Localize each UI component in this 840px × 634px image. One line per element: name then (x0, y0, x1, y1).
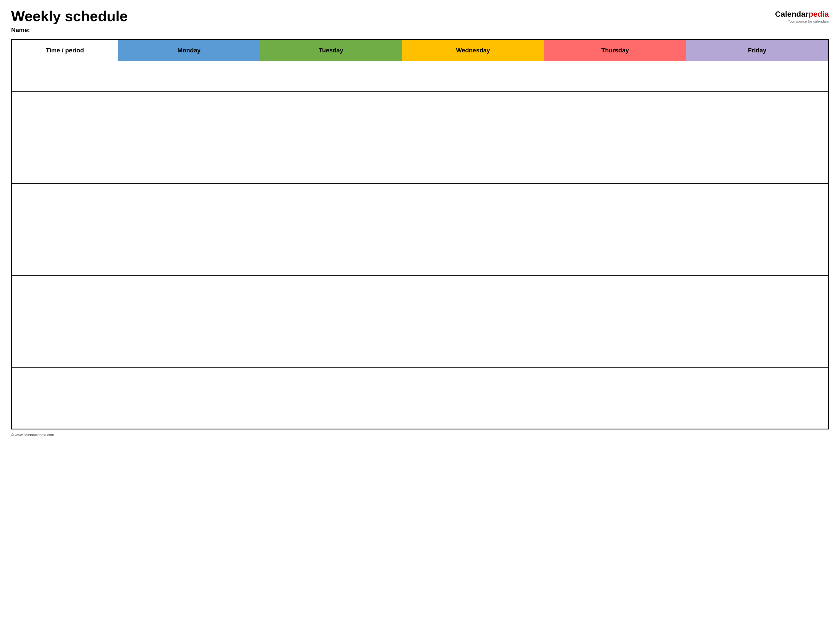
schedule-cell[interactable] (686, 306, 828, 337)
table-row (12, 122, 828, 153)
schedule-cell[interactable] (260, 367, 402, 398)
time-cell[interactable] (12, 153, 118, 184)
schedule-cell[interactable] (260, 245, 402, 276)
schedule-table: Time / period Monday Tuesday Wednesday T… (12, 40, 828, 429)
time-cell[interactable] (12, 61, 118, 92)
schedule-cell[interactable] (402, 61, 544, 92)
col-header-thursday: Thursday (544, 40, 686, 61)
schedule-cell[interactable] (402, 306, 544, 337)
schedule-cell[interactable] (544, 337, 686, 367)
schedule-cell[interactable] (118, 214, 260, 245)
footer-url: © www.calendarpedia.com (11, 433, 54, 437)
table-row (12, 153, 828, 184)
schedule-cell[interactable] (402, 184, 544, 214)
schedule-cell[interactable] (402, 398, 544, 429)
table-row (12, 306, 828, 337)
schedule-cell[interactable] (260, 122, 402, 153)
page-header: Weekly schedule Name: Calendarpedia Your… (11, 8, 829, 34)
col-header-tuesday: Tuesday (260, 40, 402, 61)
time-cell[interactable] (12, 122, 118, 153)
schedule-cell[interactable] (118, 61, 260, 92)
time-cell[interactable] (12, 245, 118, 276)
schedule-cell[interactable] (544, 92, 686, 122)
schedule-cell[interactable] (118, 337, 260, 367)
schedule-cell[interactable] (260, 61, 402, 92)
schedule-cell[interactable] (544, 153, 686, 184)
schedule-cell[interactable] (402, 153, 544, 184)
table-row (12, 184, 828, 214)
schedule-table-wrapper: Time / period Monday Tuesday Wednesday T… (11, 39, 829, 429)
col-header-monday: Monday (118, 40, 260, 61)
title-section: Weekly schedule Name: (11, 8, 128, 34)
time-cell[interactable] (12, 306, 118, 337)
time-cell[interactable] (12, 92, 118, 122)
schedule-cell[interactable] (402, 122, 544, 153)
page-title: Weekly schedule (11, 8, 128, 24)
schedule-cell[interactable] (260, 306, 402, 337)
schedule-cell[interactable] (544, 122, 686, 153)
schedule-cell[interactable] (118, 153, 260, 184)
schedule-cell[interactable] (686, 122, 828, 153)
schedule-cell[interactable] (402, 337, 544, 367)
schedule-cell[interactable] (686, 398, 828, 429)
schedule-cell[interactable] (118, 92, 260, 122)
time-cell[interactable] (12, 214, 118, 245)
header-row: Time / period Monday Tuesday Wednesday T… (12, 40, 828, 61)
schedule-cell[interactable] (544, 245, 686, 276)
schedule-cell[interactable] (118, 306, 260, 337)
table-row (12, 367, 828, 398)
schedule-cell[interactable] (260, 337, 402, 367)
schedule-cell[interactable] (544, 214, 686, 245)
schedule-cell[interactable] (118, 245, 260, 276)
schedule-cell[interactable] (544, 61, 686, 92)
logo-tagline: Your source for calendars (788, 19, 829, 24)
schedule-cell[interactable] (402, 367, 544, 398)
logo-text: Calendarpedia (775, 10, 829, 19)
schedule-cell[interactable] (402, 245, 544, 276)
schedule-cell[interactable] (402, 276, 544, 306)
schedule-cell[interactable] (544, 398, 686, 429)
schedule-cell[interactable] (260, 153, 402, 184)
schedule-cell[interactable] (686, 61, 828, 92)
schedule-cell[interactable] (686, 367, 828, 398)
schedule-cell[interactable] (686, 153, 828, 184)
logo-section: Calendarpedia Your source for calendars (775, 8, 829, 24)
schedule-cell[interactable] (260, 184, 402, 214)
schedule-cell[interactable] (402, 92, 544, 122)
time-cell[interactable] (12, 337, 118, 367)
schedule-cell[interactable] (118, 367, 260, 398)
schedule-cell[interactable] (260, 398, 402, 429)
schedule-cell[interactable] (544, 184, 686, 214)
schedule-cell[interactable] (260, 92, 402, 122)
schedule-cell[interactable] (686, 276, 828, 306)
schedule-cell[interactable] (118, 122, 260, 153)
schedule-cell[interactable] (260, 214, 402, 245)
schedule-cell[interactable] (118, 184, 260, 214)
schedule-cell[interactable] (118, 398, 260, 429)
table-row (12, 92, 828, 122)
time-cell[interactable] (12, 367, 118, 398)
col-header-friday: Friday (686, 40, 828, 61)
time-cell[interactable] (12, 398, 118, 429)
schedule-cell[interactable] (544, 276, 686, 306)
schedule-cell[interactable] (118, 276, 260, 306)
table-row (12, 61, 828, 92)
schedule-cell[interactable] (544, 367, 686, 398)
table-row (12, 337, 828, 367)
table-row (12, 276, 828, 306)
schedule-cell[interactable] (544, 306, 686, 337)
schedule-cell[interactable] (686, 92, 828, 122)
schedule-cell[interactable] (260, 276, 402, 306)
time-cell[interactable] (12, 276, 118, 306)
schedule-cell[interactable] (402, 214, 544, 245)
schedule-cell[interactable] (686, 184, 828, 214)
schedule-cell[interactable] (686, 245, 828, 276)
footer: © www.calendarpedia.com (11, 433, 829, 437)
col-header-time: Time / period (12, 40, 118, 61)
time-cell[interactable] (12, 184, 118, 214)
table-row (12, 214, 828, 245)
schedule-cell[interactable] (686, 214, 828, 245)
schedule-cell[interactable] (686, 337, 828, 367)
col-header-wednesday: Wednesday (402, 40, 544, 61)
schedule-body (12, 61, 828, 429)
